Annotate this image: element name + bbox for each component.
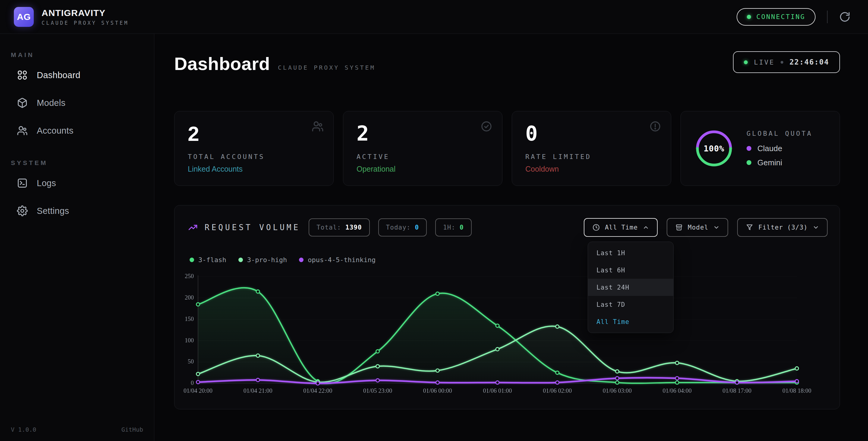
terminal-icon bbox=[17, 178, 28, 188]
sidebar-item-dashboard[interactable]: Dashboard bbox=[5, 64, 149, 86]
request-volume-panel: REQUEST VOLUME Total: 1390 Today: 0 1H: … bbox=[174, 205, 840, 409]
legend-3-pro-high: 3-pro-high bbox=[239, 256, 287, 264]
app-version: V 1.0.0 bbox=[11, 426, 36, 433]
github-link[interactable]: GitHub bbox=[121, 426, 143, 433]
sidebar-label-accounts: Accounts bbox=[37, 126, 73, 136]
trending-up-icon bbox=[188, 222, 198, 233]
today-chip-label: Today: bbox=[386, 224, 411, 231]
legend-dot-3-pro-high bbox=[239, 258, 243, 262]
today-chip: Today: 0 bbox=[378, 218, 427, 236]
model-value: Model bbox=[688, 224, 708, 231]
total-chip: Total: 1390 bbox=[309, 218, 370, 236]
app-logo: AG bbox=[14, 7, 34, 27]
legend-label-3-pro-high: 3-pro-high bbox=[247, 256, 287, 264]
brand-block: ANTIGRAVITY CLAUDE PROXY SYSTEM bbox=[41, 8, 129, 26]
today-chip-value: 0 bbox=[415, 224, 419, 231]
archive-box-icon bbox=[675, 224, 683, 231]
stat-label: RATE LIMITED bbox=[525, 153, 658, 160]
live-clock: 22:46:04 bbox=[789, 58, 829, 66]
quota-label: GLOBAL QUOTA bbox=[747, 130, 812, 137]
live-label: LIVE bbox=[754, 59, 775, 66]
refresh-icon[interactable] bbox=[839, 11, 850, 23]
chevron-down-icon bbox=[812, 224, 819, 231]
sidebar-item-settings[interactable]: Settings bbox=[5, 200, 149, 222]
topbar-divider bbox=[827, 10, 828, 23]
filter-dropdown-button[interactable]: Filter (3/3) bbox=[737, 218, 828, 237]
quota-donut: 100% bbox=[694, 128, 734, 168]
app-subtitle: CLAUDE PROXY SYSTEM bbox=[41, 20, 129, 26]
connection-status-label: CONNECTING bbox=[756, 13, 805, 21]
legend-dot-3-flash bbox=[190, 258, 194, 262]
menu-item-all-time[interactable]: All Time bbox=[588, 313, 673, 330]
menu-item-last-6h[interactable]: Last 6H bbox=[588, 262, 673, 279]
card-global-quota: 100% GLOBAL QUOTA Claude Gemini bbox=[681, 111, 840, 186]
quota-legend-gemini: Gemini bbox=[747, 158, 812, 168]
gemini-label: Gemini bbox=[757, 158, 782, 168]
stat-sub: Linked Accounts bbox=[188, 165, 320, 173]
live-dot bbox=[744, 60, 748, 64]
app-screen: AG ANTIGRAVITY CLAUDE PROXY SYSTEM CONNE… bbox=[0, 0, 868, 441]
menu-item-last-7d[interactable]: Last 7D bbox=[588, 296, 673, 313]
menu-item-last-1h[interactable]: Last 1H bbox=[588, 244, 673, 262]
hour-chip-value: 0 bbox=[460, 224, 464, 231]
sidebar-label-settings: Settings bbox=[37, 206, 69, 216]
cube-icon bbox=[17, 97, 28, 108]
hour-chip: 1H: 0 bbox=[435, 218, 472, 236]
legend-label-opus: opus-4-5-thinking bbox=[308, 256, 375, 264]
claude-dot bbox=[747, 146, 751, 151]
card-rate-limited: 0 RATE LIMITED Cooldown bbox=[512, 111, 671, 186]
total-chip-value: 1390 bbox=[345, 224, 362, 231]
live-status-badge: LIVE 22:46:04 bbox=[733, 51, 840, 73]
check-circle-icon bbox=[480, 120, 493, 133]
app-title: ANTIGRAVITY bbox=[41, 8, 129, 18]
time-range-value: All Time bbox=[605, 224, 638, 231]
menu-item-last-24h[interactable]: Last 24H bbox=[588, 279, 673, 296]
connection-status-badge: CONNECTING bbox=[737, 8, 815, 26]
sidebar-label-dashboard: Dashboard bbox=[37, 70, 81, 80]
sidebar-section-system: SYSTEM bbox=[11, 159, 154, 167]
chart-title: REQUEST VOLUME bbox=[205, 223, 300, 232]
grid-icon bbox=[17, 70, 28, 81]
quota-percent: 100% bbox=[694, 128, 734, 168]
sidebar-label-models: Models bbox=[37, 98, 65, 108]
quota-legend-claude: Claude bbox=[747, 144, 812, 153]
model-dropdown-button[interactable]: Model bbox=[667, 218, 728, 237]
gear-icon bbox=[17, 205, 28, 216]
sidebar-item-accounts[interactable]: Accounts bbox=[5, 119, 149, 142]
card-active: 2 ACTIVE Operational bbox=[343, 111, 502, 186]
top-bar: AG ANTIGRAVITY CLAUDE PROXY SYSTEM CONNE… bbox=[0, 0, 868, 34]
claude-label: Claude bbox=[757, 144, 782, 153]
stat-sub: Operational bbox=[356, 165, 489, 173]
legend-opus-4-5-thinking: opus-4-5-thinking bbox=[299, 256, 375, 264]
chevron-down-icon bbox=[713, 224, 720, 231]
page-subtitle: CLAUDE PROXY SYSTEM bbox=[278, 64, 375, 71]
funnel-icon bbox=[746, 224, 753, 231]
time-range-dropdown-button[interactable]: All Time bbox=[584, 218, 658, 237]
status-dot bbox=[747, 15, 751, 19]
users-icon bbox=[17, 125, 28, 136]
hour-chip-label: 1H: bbox=[443, 224, 456, 231]
stats-row: 2 TOTAL ACCOUNTS Linked Accounts 2 ACTIV… bbox=[174, 111, 840, 186]
stat-label: TOTAL ACCOUNTS bbox=[188, 153, 320, 160]
legend-label-3-flash: 3-flash bbox=[198, 256, 226, 264]
stat-sub: Cooldown bbox=[525, 165, 658, 173]
stat-value: 2 bbox=[356, 123, 489, 144]
sidebar-label-logs: Logs bbox=[37, 178, 56, 188]
chevron-up-icon bbox=[643, 224, 649, 231]
stat-label: ACTIVE bbox=[356, 153, 489, 160]
total-chip-label: Total: bbox=[316, 224, 341, 231]
chart-legend: 3-flash 3-pro-high opus-4-5-thinking bbox=[190, 256, 375, 264]
sidebar-section-main: MAIN bbox=[11, 51, 154, 59]
request-volume-chart[interactable] bbox=[181, 271, 826, 401]
card-total-accounts: 2 TOTAL ACCOUNTS Linked Accounts bbox=[174, 111, 334, 186]
time-range-menu: Last 1H Last 6H Last 24H Last 7D All Tim… bbox=[588, 242, 674, 333]
clock-icon bbox=[592, 224, 600, 231]
stat-value: 0 bbox=[525, 123, 658, 144]
sidebar: MAIN Dashboard Models bbox=[0, 34, 154, 441]
sidebar-item-models[interactable]: Models bbox=[5, 92, 149, 114]
legend-dot-opus bbox=[299, 258, 304, 262]
gemini-dot bbox=[747, 160, 751, 165]
sidebar-item-logs[interactable]: Logs bbox=[5, 172, 149, 194]
main-content: Dashboard CLAUDE PROXY SYSTEM LIVE 22:46… bbox=[154, 34, 868, 441]
alert-circle-icon bbox=[649, 120, 661, 133]
